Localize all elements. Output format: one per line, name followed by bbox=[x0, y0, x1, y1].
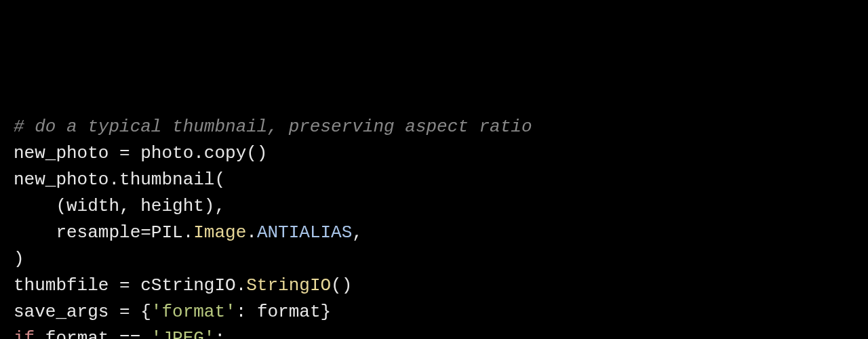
code-block: # do a typical thumbnail, preserving asp… bbox=[14, 114, 854, 339]
code-line-7c: () bbox=[331, 275, 352, 296]
code-attr-antialias: ANTIALIAS bbox=[257, 222, 352, 243]
code-line-5e: , bbox=[352, 222, 363, 243]
code-line-8c: : format} bbox=[236, 302, 331, 322]
code-string-jpeg: 'JPEG' bbox=[151, 328, 215, 339]
code-keyword-if: if bbox=[14, 328, 35, 339]
code-string-format: 'format' bbox=[151, 302, 236, 322]
code-class-image: Image bbox=[193, 222, 246, 243]
code-line-8a: save_args = { bbox=[14, 302, 151, 322]
code-line-2: new_photo = photo.copy() bbox=[14, 143, 267, 163]
code-line-3: new_photo.thumbnail( bbox=[14, 170, 225, 190]
code-line-7a: thumbfile = cStringIO. bbox=[14, 275, 246, 296]
code-line-5c: . bbox=[246, 222, 257, 243]
code-line-9b: format == bbox=[35, 328, 151, 339]
code-line-4: (width, height), bbox=[14, 196, 225, 216]
code-line-5a: resample=PIL. bbox=[14, 222, 193, 243]
code-class-stringio: StringIO bbox=[246, 275, 331, 296]
code-line-9d: : bbox=[214, 328, 225, 339]
code-line-6: ) bbox=[14, 249, 24, 269]
code-comment: # do a typical thumbnail, preserving asp… bbox=[14, 117, 532, 137]
